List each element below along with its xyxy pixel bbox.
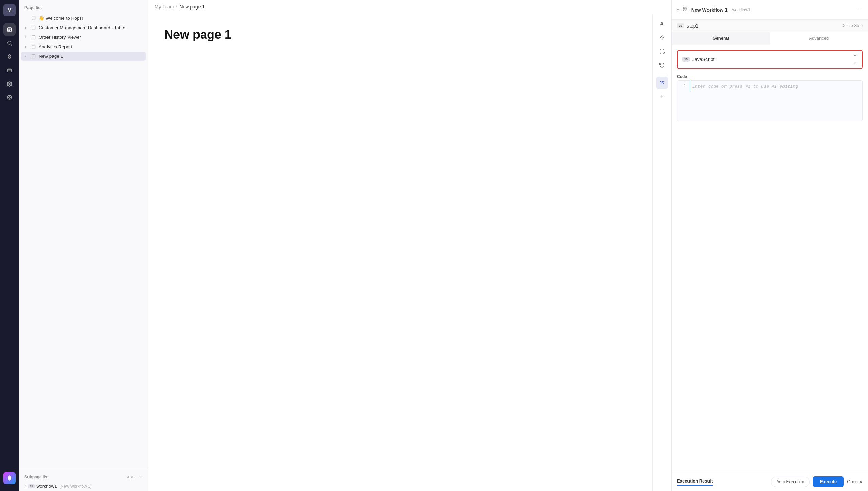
- main-content: My Team / New page 1 New page 1 #: [148, 0, 671, 491]
- svg-rect-18: [32, 26, 35, 30]
- code-placeholder: Enter code or press ⌘I to use AI editing: [690, 81, 862, 92]
- add-toolbar-button[interactable]: +: [656, 90, 668, 103]
- open-button[interactable]: Open ∧: [847, 479, 863, 484]
- page-label-analytics: Analytics Report: [39, 44, 143, 49]
- svg-rect-24: [686, 7, 687, 9]
- line-number: 1: [677, 81, 690, 91]
- subpage-actions: ABC +: [126, 474, 144, 480]
- subpage-abc-button[interactable]: ABC: [126, 474, 136, 480]
- page-item-new-page[interactable]: › New page 1: [21, 52, 146, 61]
- hash-toolbar-button[interactable]: #: [656, 18, 668, 30]
- content-area: New page 1 #: [148, 14, 671, 491]
- execution-result-label: Execution Result: [677, 478, 713, 486]
- panel-spacer: [672, 124, 868, 472]
- js-toolbar-button[interactable]: JS: [656, 77, 668, 89]
- svg-rect-25: [686, 10, 687, 11]
- page-body: New page 1: [148, 14, 652, 491]
- page-item-order-history[interactable]: › Order History Viewer: [21, 33, 146, 42]
- bottom-actions: Auto Execution Execute Open ∧: [771, 476, 863, 487]
- step-js-badge: JS: [677, 23, 684, 28]
- chevron-up-icon: ∧: [859, 479, 863, 484]
- database-icon-button[interactable]: [3, 64, 16, 76]
- language-selector[interactable]: JS JavaScript ⌃⌄: [677, 50, 863, 69]
- page-doc-icon: [31, 54, 37, 59]
- bolt-toolbar-button[interactable]: [656, 32, 668, 44]
- subpage-add-button[interactable]: +: [139, 474, 144, 480]
- svg-rect-7: [8, 69, 12, 70]
- toolbar-divider: [657, 74, 667, 74]
- page-item-customer-mgmt[interactable]: › Customer Management Dashboard - Table: [21, 23, 146, 32]
- expand-icon[interactable]: »: [677, 7, 680, 13]
- right-panel: » New Workflow 1 workflow1 ··· JS step1 …: [671, 0, 868, 491]
- code-section-label: Code: [672, 72, 868, 80]
- chevron-updown-icon: ⌃⌄: [853, 54, 857, 65]
- breadcrumb-team[interactable]: My Team: [155, 4, 174, 10]
- page-doc-icon: [31, 44, 37, 49]
- workflow-title: New Workflow 1: [691, 7, 728, 13]
- subpage-label: Subpage list: [24, 475, 49, 479]
- svg-marker-22: [660, 35, 664, 40]
- lang-selector-wrapper: JS JavaScript ⌃⌄: [672, 45, 868, 72]
- panel-expand: »: [677, 7, 680, 13]
- icon-bar: M: [0, 0, 19, 491]
- workflow-sub: workflow1: [732, 7, 750, 12]
- subpage-item-label: workflow1 (New Workflow 1): [37, 484, 92, 489]
- auto-execution-button[interactable]: Auto Execution: [771, 477, 810, 487]
- delete-step-button[interactable]: Delete Step: [841, 23, 863, 28]
- page-list: 👋 Welcome to Hops! › Customer Management…: [19, 13, 148, 466]
- breadcrumb-current: New page 1: [179, 4, 205, 10]
- tab-general[interactable]: General: [672, 32, 770, 45]
- execute-button[interactable]: Execute: [813, 476, 844, 487]
- svg-point-4: [8, 41, 11, 44]
- tab-advanced[interactable]: Advanced: [770, 32, 868, 45]
- panel-header-left: » New Workflow 1 workflow1: [677, 7, 750, 13]
- svg-rect-21: [32, 54, 35, 58]
- svg-rect-19: [32, 35, 35, 39]
- lang-js-badge: JS: [682, 57, 690, 62]
- page-item-welcome[interactable]: 👋 Welcome to Hops!: [21, 13, 146, 23]
- page-item-analytics[interactable]: › Analytics Report: [21, 42, 146, 51]
- page-doc-icon: [31, 35, 37, 40]
- svg-line-5: [11, 44, 12, 46]
- settings-icon-button[interactable]: [3, 78, 16, 90]
- code-editor[interactable]: 1 Enter code or press ⌘I to use AI editi…: [677, 80, 863, 121]
- breadcrumb-separator: /: [176, 4, 177, 10]
- lang-selector-left: JS JavaScript: [682, 57, 714, 62]
- breadcrumb: My Team / New page 1: [148, 0, 671, 14]
- more-options-button[interactable]: ···: [855, 5, 863, 15]
- split-toolbar-button[interactable]: [656, 45, 668, 57]
- svg-rect-26: [684, 10, 685, 11]
- bottom-panel: Execution Result Auto Execution Execute …: [672, 472, 868, 491]
- chevron-icon: ›: [25, 484, 27, 489]
- page-label-order: Order History Viewer: [39, 35, 143, 40]
- step-name: step1: [687, 23, 698, 29]
- svg-point-6: [9, 56, 10, 57]
- workflow-icon: [683, 7, 688, 13]
- logo-button[interactable]: [3, 472, 16, 484]
- page-title: New page 1: [164, 28, 636, 42]
- page-doc-icon: [31, 16, 37, 20]
- search-icon-button[interactable]: [3, 37, 16, 49]
- history-toolbar-button[interactable]: [656, 59, 668, 71]
- js-badge: JS: [28, 484, 35, 488]
- chevron-icon: ›: [25, 45, 30, 49]
- rocket-icon-button[interactable]: [3, 51, 16, 63]
- avatar-button[interactable]: M: [3, 4, 16, 16]
- panel-divider: [19, 469, 148, 469]
- svg-rect-17: [32, 16, 35, 20]
- pages-icon-button[interactable]: [3, 23, 16, 36]
- plugin-icon-button[interactable]: [3, 91, 16, 104]
- chevron-icon: ›: [25, 54, 30, 58]
- page-list-panel: Page list 👋 Welcome to Hops! › Customer …: [19, 0, 148, 491]
- page-label-new: New page 1: [39, 54, 143, 59]
- chevron-icon: ›: [25, 26, 30, 30]
- right-panel-header: » New Workflow 1 workflow1 ···: [672, 0, 868, 20]
- subpage-item-workflow1[interactable]: › JS workflow1 (New Workflow 1): [21, 481, 146, 491]
- right-toolbar: # JS +: [652, 14, 671, 491]
- svg-rect-20: [32, 45, 35, 49]
- step-left: JS step1: [677, 23, 698, 29]
- page-list-header: Page list: [19, 0, 148, 13]
- subpage-list-header: Subpage list ABC +: [19, 472, 148, 481]
- page-label-welcome: 👋 Welcome to Hops!: [39, 15, 143, 21]
- step-header: JS step1 Delete Step: [672, 20, 868, 32]
